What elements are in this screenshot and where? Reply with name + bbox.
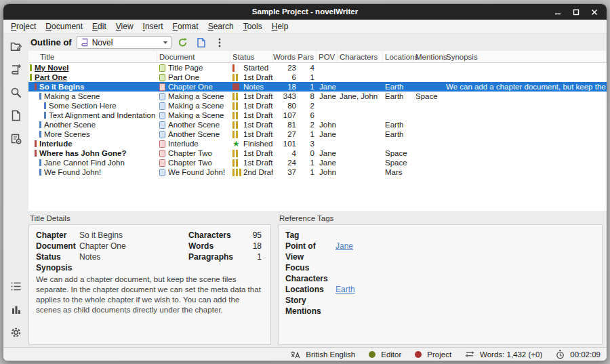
document-icon (159, 131, 165, 138)
document-icon (159, 93, 165, 100)
col-title[interactable]: Title (28, 51, 157, 62)
cell-words: 101 (273, 140, 298, 148)
cell-words: 27 (273, 130, 298, 138)
status-label: 1st Draft (243, 159, 272, 167)
cell-pars: 4 (298, 64, 317, 72)
menu-view[interactable]: View (111, 21, 138, 32)
table-row[interactable]: So it BeginsChapter OneNotes181JaneEarth… (28, 82, 607, 92)
status-label: 1st Draft (243, 102, 272, 110)
cell-pars: 1 (298, 168, 317, 176)
reference-label: Focus (285, 262, 336, 273)
col-pars[interactable]: Pars (298, 51, 317, 62)
project-status-label: Project (427, 350, 451, 359)
synopsis-text: We can add a chapter document, but keep … (36, 274, 264, 315)
status-draft2-icon (232, 169, 241, 176)
status-label: 1st Draft (243, 130, 272, 138)
blue-heading-bar-icon (39, 93, 41, 100)
build-manuscript-icon[interactable] (7, 278, 25, 294)
cell-pov: Jane (317, 92, 338, 100)
cell-words: 4 (273, 149, 298, 157)
maximize-button[interactable] (572, 8, 580, 16)
col-characters[interactable]: Characters (338, 51, 383, 62)
cell-locations: Earth (383, 83, 413, 91)
title-details-label: Title Details (28, 214, 271, 224)
table-row[interactable]: Part OnePart One1st Draft61 (28, 73, 607, 82)
close-button[interactable] (590, 8, 598, 16)
table-row[interactable]: Where has John Gone?Chapter Two1st Draft… (28, 148, 607, 158)
table-row[interactable]: Jane Cannot Find JohnChapter Two1st Draf… (28, 158, 607, 167)
search-icon[interactable] (7, 84, 25, 100)
document-name: Another Scene (168, 130, 220, 138)
kebab-menu-button[interactable] (213, 36, 226, 49)
menu-search[interactable]: Search (203, 21, 239, 32)
document-icon (159, 140, 165, 148)
row-title: Interlude (39, 140, 73, 148)
novel-view-icon[interactable] (7, 61, 25, 77)
row-title: Part One (35, 73, 67, 81)
minimize-button[interactable] (554, 8, 562, 16)
status-label: Started (243, 64, 268, 72)
reference-label: Characters (285, 273, 336, 284)
col-synopsis[interactable]: Synopsis (444, 51, 607, 62)
table-row[interactable]: We Found John!We Found John!2nd Draft371… (28, 167, 607, 177)
menu-help[interactable]: Help (267, 21, 293, 32)
reference-label: Story (285, 295, 336, 306)
export-outline-button[interactable] (195, 36, 208, 49)
col-status[interactable]: Status (230, 51, 273, 62)
document-editor-icon[interactable] (7, 107, 25, 123)
menu-format[interactable]: Format (168, 21, 203, 32)
session-words: Words: 1,432 (+0) (480, 350, 542, 359)
row-title: Some Section Here (49, 102, 117, 110)
menu-tools[interactable]: Tools (239, 21, 267, 32)
col-document[interactable]: Document (157, 51, 230, 62)
col-words[interactable]: Words (273, 51, 298, 62)
detail-stat-label: Words (188, 241, 253, 251)
sidebar-top-icons (7, 38, 25, 153)
row-title: Jane Cannot Find John (44, 159, 125, 167)
table-row[interactable]: Another SceneAnother Scene1st Draft812Jo… (28, 120, 607, 129)
menu-edit[interactable]: Edit (87, 21, 111, 32)
col-locations[interactable]: Locations (383, 51, 413, 62)
outline-view-icon[interactable] (7, 130, 25, 146)
title-details-group: Title Details ChapterSo it BeginsDocumen… (28, 214, 271, 345)
novel-root-selector[interactable]: Novel (77, 36, 171, 49)
reference-label: Locations (285, 284, 336, 295)
document-name: Making a Scene (168, 111, 224, 119)
status-draft1-icon (232, 150, 241, 157)
detail-stat: Paragraphs1 (188, 251, 262, 262)
document-name: Another Scene (168, 121, 220, 129)
table-row[interactable]: Making a SceneMaking a Scene1st Draft343… (28, 92, 607, 101)
table-row[interactable]: Some Section HereMaking a Scene1st Draft… (28, 101, 607, 110)
menu-project[interactable]: Project (6, 21, 41, 32)
table-row[interactable]: My NovelTitle PageStarted234 (28, 63, 607, 73)
project-tree-icon[interactable] (7, 38, 25, 54)
row-title: My Novel (35, 64, 69, 72)
status-notes-icon (232, 83, 241, 91)
cell-locations: Mars (383, 168, 413, 176)
cell-pars: 1 (298, 73, 317, 81)
menu-document[interactable]: Document (41, 21, 87, 32)
settings-icon[interactable] (7, 324, 25, 340)
document-name: Making a Scene (168, 92, 224, 100)
table-row[interactable]: More ScenesAnother Scene1st Draft271Jane… (28, 129, 607, 139)
detail-stat-value: 18 (253, 241, 262, 251)
reference-value-link[interactable]: Jane (336, 241, 353, 262)
refresh-button[interactable] (176, 36, 190, 49)
status-draft1-icon (232, 131, 241, 138)
status-draft1-icon (232, 102, 241, 110)
table-row[interactable]: Text Alignment and IndentationMaking a S… (28, 110, 607, 120)
writing-stats-icon[interactable] (7, 301, 25, 317)
detail-stat: Characters95 (188, 230, 262, 241)
row-title: More Scenes (44, 130, 90, 138)
cell-pars: 2 (298, 102, 317, 110)
green-heading-bar-icon (30, 64, 32, 71)
reference-value-link[interactable]: Earth (336, 284, 355, 295)
menu-insert[interactable]: Insert (138, 21, 168, 32)
detail-stat-label: Paragraphs (188, 251, 257, 262)
reference-row: Point of ViewJane (285, 241, 595, 262)
title-bar[interactable]: Sample Project - novelWriter (3, 4, 607, 20)
blue-heading-bar-icon (39, 121, 41, 128)
col-pov[interactable]: POV (317, 51, 338, 62)
col-mentions[interactable]: Mentions (413, 51, 444, 62)
table-row[interactable]: InterludeInterludeFinished1013 (28, 139, 607, 148)
